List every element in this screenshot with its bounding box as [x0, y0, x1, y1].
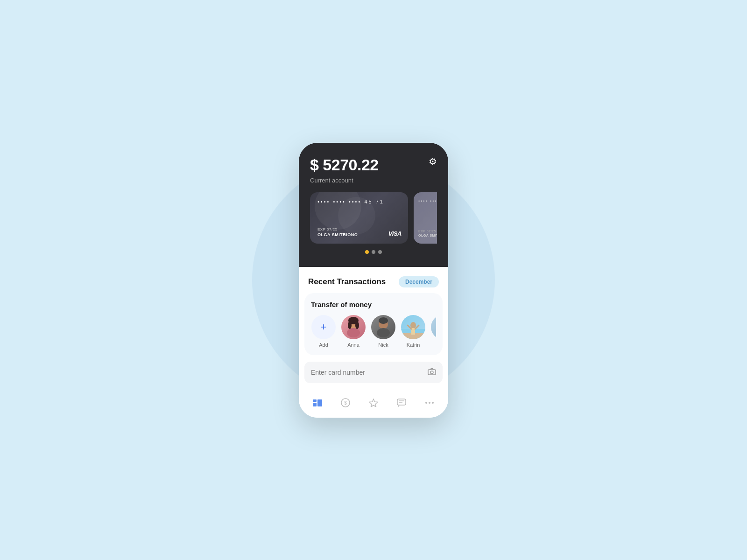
- money-icon: $: [341, 398, 350, 407]
- bottom-nav: $: [299, 390, 448, 418]
- svg-text:$: $: [344, 400, 347, 406]
- camera-svg: [428, 368, 436, 375]
- card-carousel: •••• •••• •••• 45 71 EXP 07/25 OLGA SMIT…: [310, 192, 437, 244]
- svg-point-1: [347, 328, 360, 337]
- nav-favorites[interactable]: [365, 397, 382, 408]
- card-1[interactable]: •••• •••• •••• 45 71 EXP 07/25 OLGA SMIT…: [310, 192, 408, 244]
- transfer-section: Transfer of money + Add: [304, 293, 443, 355]
- nick-avatar-img: [371, 315, 395, 339]
- svg-point-12: [410, 322, 416, 329]
- svg-point-30: [429, 402, 430, 404]
- add-contact-avatar[interactable]: +: [311, 315, 336, 339]
- contact-add[interactable]: + Add: [311, 315, 336, 348]
- svg-marker-25: [369, 399, 378, 407]
- month-badge[interactable]: December: [399, 276, 439, 287]
- card-1-exp: EXP 07/25: [317, 227, 358, 231]
- svg-point-7: [377, 328, 390, 337]
- phone-container: ⚙ $ 5270.22 Current account •••• •••• ••…: [299, 143, 448, 418]
- card-number-input[interactable]: [311, 369, 428, 376]
- anna-avatar-img: [341, 315, 366, 339]
- settings-icon[interactable]: ⚙: [429, 156, 437, 167]
- contact-nick[interactable]: Nick: [371, 315, 396, 348]
- card-1-number: •••• •••• •••• 45 71: [317, 199, 401, 204]
- carousel-dots: [310, 250, 437, 256]
- k-avatar-img: [431, 315, 436, 339]
- contact-katrin[interactable]: Katrin: [401, 315, 426, 348]
- nav-home[interactable]: [309, 397, 326, 408]
- contact-list: + Add: [311, 315, 436, 348]
- card-number-input-wrapper[interactable]: [304, 362, 443, 383]
- svg-point-29: [425, 402, 427, 404]
- home-icon: [312, 399, 323, 407]
- svg-point-19: [430, 371, 433, 374]
- contact-k[interactable]: K: [430, 315, 436, 348]
- contact-anna[interactable]: Anna: [341, 315, 366, 348]
- card-1-name: OLGA SMITRIONO: [317, 232, 358, 237]
- contact-add-label: Add: [319, 342, 328, 348]
- svg-rect-21: [313, 403, 317, 406]
- k-avatar[interactable]: [431, 315, 436, 339]
- camera-icon[interactable]: [428, 368, 436, 377]
- balance-amount: $ 5270.22: [310, 156, 437, 174]
- card-2-number: •••• •••: [418, 199, 437, 203]
- dot-1[interactable]: [365, 250, 369, 254]
- nav-more[interactable]: [421, 397, 438, 408]
- svg-point-31: [432, 402, 434, 404]
- card-2-exp: EXP 07/25: [418, 230, 437, 233]
- katrin-avatar-img: [401, 315, 425, 339]
- anna-label: Anna: [347, 342, 359, 348]
- anna-avatar[interactable]: [341, 315, 366, 339]
- phone-wrapper: ⚙ $ 5270.22 Current account •••• •••• ••…: [299, 143, 448, 418]
- svg-rect-20: [313, 399, 317, 402]
- svg-point-9: [379, 317, 388, 324]
- recent-transactions-title: Recent Transactions: [308, 277, 386, 287]
- transfer-title: Transfer of money: [311, 301, 436, 308]
- katrin-label: Katrin: [407, 342, 420, 348]
- card-2[interactable]: •••• ••• EXP 07/25 OLGA SMIT: [414, 192, 437, 244]
- card-1-brand: VISA: [388, 230, 402, 237]
- star-icon: [369, 399, 378, 407]
- katrin-avatar[interactable]: [401, 315, 425, 339]
- nav-money[interactable]: $: [337, 397, 354, 408]
- nick-label: Nick: [378, 342, 388, 348]
- card-2-name: OLGA SMIT: [418, 234, 437, 237]
- dot-3[interactable]: [378, 250, 382, 254]
- chat-icon: [397, 399, 406, 407]
- svg-point-4: [348, 322, 352, 329]
- svg-rect-22: [317, 399, 322, 406]
- recent-transactions-header: Recent Transactions December: [299, 267, 448, 293]
- more-icon: [425, 401, 434, 404]
- plus-icon: +: [321, 322, 327, 332]
- phone-bottom-section: Recent Transactions December Transfer of…: [299, 267, 448, 418]
- nick-avatar[interactable]: [371, 315, 395, 339]
- account-label: Current account: [310, 177, 437, 184]
- svg-point-5: [355, 322, 359, 329]
- nav-chat[interactable]: [393, 397, 410, 408]
- dot-2[interactable]: [372, 250, 375, 254]
- phone-top-section: ⚙ $ 5270.22 Current account •••• •••• ••…: [299, 143, 448, 267]
